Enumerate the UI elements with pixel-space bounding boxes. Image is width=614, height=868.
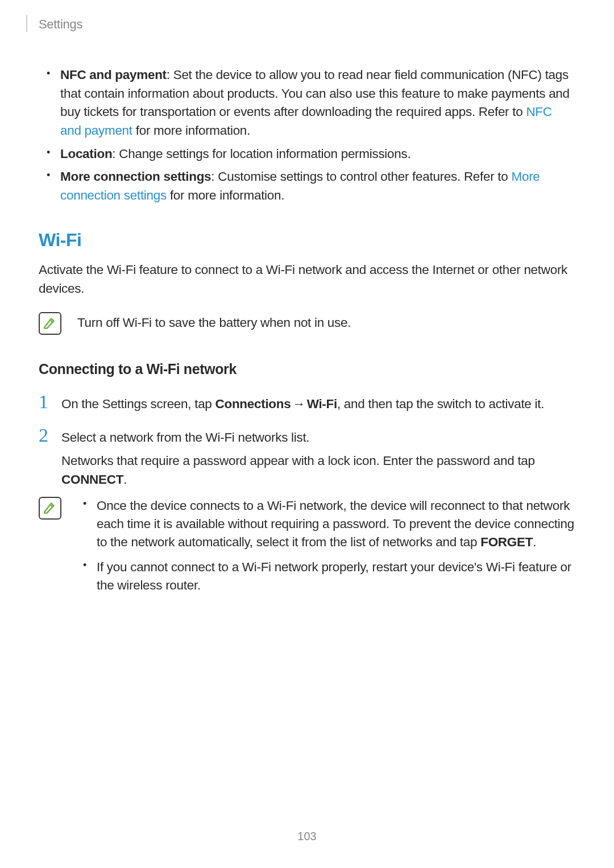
step-2: 2 Select a network from the Wi-Fi networ… [39, 426, 575, 447]
header-divider [26, 15, 27, 32]
step-2-line1: Select a network from the Wi-Fi networks… [61, 429, 575, 447]
breadcrumb: Settings [39, 17, 82, 32]
step-1-text: On the Settings screen, tap Connections→… [61, 395, 575, 414]
step2-connect: CONNECT [61, 472, 123, 487]
location-bullet: Location: Change settings for location i… [49, 145, 575, 164]
note2-item2: If you cannot connect to a Wi-Fi network… [85, 558, 575, 595]
more-bullet: More connection settings: Customise sett… [49, 168, 575, 205]
page-content: NFC and payment: Set the device to allow… [0, 32, 614, 601]
step1-b2: Wi-Fi [307, 397, 337, 411]
wifi-note-row: Turn off Wi-Fi to save the battery when … [39, 312, 575, 335]
settings-bullet-list: NFC and payment: Set the device to allow… [39, 66, 575, 205]
nfc-bullet: NFC and payment: Set the device to allow… [49, 66, 575, 140]
step1-b1: Connections [215, 397, 291, 411]
wifi-intro: Activate the Wi-Fi feature to connect to… [39, 261, 575, 298]
note2-list: Once the device connects to a Wi-Fi netw… [77, 497, 575, 601]
more-text1: : Customise settings to control other fe… [211, 169, 511, 184]
note-icon [39, 497, 61, 520]
location-text: : Change settings for location informati… [112, 147, 410, 161]
nfc-label: NFC and payment [60, 68, 167, 82]
note2-item1: Once the device connects to a Wi-Fi netw… [85, 497, 575, 551]
step-1: 1 On the Settings screen, tap Connection… [39, 392, 575, 414]
step1-post: , and then tap the switch to activate it… [337, 397, 544, 411]
location-label: Location [60, 147, 112, 161]
page-header: Settings [0, 0, 614, 32]
page-number: 103 [0, 830, 614, 843]
wifi-heading: Wi-Fi [39, 230, 575, 251]
step1-pre: On the Settings screen, tap [61, 397, 215, 411]
note2-forget: FORGET [480, 535, 533, 549]
connecting-heading: Connecting to a Wi-Fi network [39, 361, 575, 377]
step-1-num: 1 [39, 392, 53, 412]
note2-item1b: . [533, 535, 536, 549]
note-icon [39, 312, 61, 335]
arrow-icon: → [291, 397, 306, 411]
more-label: More connection settings [60, 169, 211, 184]
wifi-note2-row: Once the device connects to a Wi-Fi netw… [39, 497, 575, 601]
step-2-num: 2 [39, 426, 53, 445]
nfc-text2: for more information. [132, 123, 250, 138]
step-2-extra: Networks that require a password appear … [61, 452, 575, 489]
more-text2: for more information. [167, 188, 284, 202]
step2-line2b: . [123, 472, 127, 487]
step2-line2a: Networks that require a password appear … [61, 454, 535, 468]
wifi-note1-text: Turn off Wi-Fi to save the battery when … [77, 314, 351, 333]
